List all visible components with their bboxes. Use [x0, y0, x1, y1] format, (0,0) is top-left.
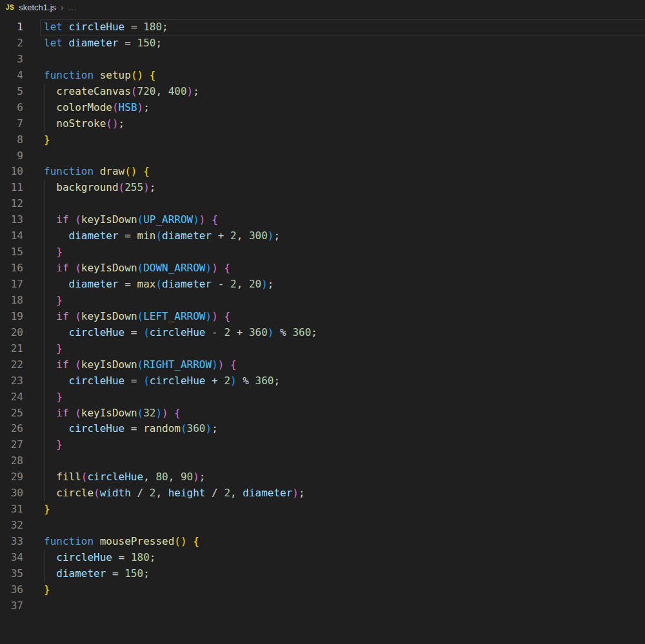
- code-line-content[interactable]: function setup() {: [40, 68, 645, 84]
- code-line[interactable]: 2let diameter = 150;: [0, 35, 645, 52]
- line-number[interactable]: 29: [0, 469, 23, 485]
- code-line-content[interactable]: if (keyIsDown(DOWN_ARROW)) {: [40, 260, 645, 277]
- code-line[interactable]: 3: [0, 52, 645, 68]
- line-number[interactable]: 23: [0, 373, 23, 389]
- code-line-content[interactable]: circle(width / 2, height / 2, diameter);: [40, 485, 645, 502]
- line-number[interactable]: 4: [0, 68, 23, 84]
- code-line[interactable]: 26 circleHue = random(360);: [0, 421, 645, 437]
- code-line-content[interactable]: [40, 148, 645, 164]
- line-number[interactable]: 36: [0, 582, 23, 598]
- code-line-content[interactable]: diameter = min(diameter + 2, 300);: [40, 228, 645, 244]
- code-line[interactable]: 24 }: [0, 389, 645, 405]
- line-number[interactable]: 18: [0, 293, 23, 309]
- code-line[interactable]: 34 circleHue = 180;: [0, 550, 645, 566]
- code-line[interactable]: 33function mousePressed() {: [0, 534, 645, 550]
- code-line[interactable]: 4function setup() {: [0, 68, 645, 84]
- code-line-content[interactable]: circleHue = (circleHue + 2) % 360;: [40, 373, 645, 389]
- code-line-content[interactable]: circleHue = random(360);: [40, 421, 645, 437]
- line-number[interactable]: 21: [0, 341, 23, 357]
- line-number[interactable]: 28: [0, 453, 23, 469]
- line-number[interactable]: 31: [0, 502, 23, 518]
- line-number[interactable]: 10: [0, 164, 23, 180]
- breadcrumb-symbol-picker[interactable]: ...: [68, 3, 77, 12]
- code-line-content[interactable]: }: [40, 244, 645, 260]
- line-number[interactable]: 34: [0, 550, 23, 566]
- code-line-content[interactable]: }: [40, 437, 645, 453]
- line-number[interactable]: 19: [0, 309, 23, 325]
- code-line-content[interactable]: }: [40, 132, 645, 148]
- code-line[interactable]: 29 fill(circleHue, 80, 90);: [0, 469, 645, 485]
- code-line-content[interactable]: }: [40, 582, 645, 598]
- code-line-content[interactable]: if (keyIsDown(UP_ARROW)) {: [40, 212, 645, 228]
- code-line-content[interactable]: fill(circleHue, 80, 90);: [40, 469, 645, 485]
- line-number[interactable]: 3: [0, 52, 23, 68]
- code-line-content[interactable]: diameter = max(diameter - 2, 20);: [40, 277, 645, 293]
- line-number[interactable]: 16: [0, 260, 23, 277]
- code-line[interactable]: 12: [0, 196, 645, 212]
- code-line-content[interactable]: colorMode(HSB);: [40, 100, 645, 116]
- code-line-content[interactable]: background(255);: [40, 180, 645, 196]
- code-line[interactable]: 37: [0, 598, 645, 614]
- line-number[interactable]: 20: [0, 325, 23, 341]
- line-number[interactable]: 2: [0, 35, 23, 52]
- line-number[interactable]: 12: [0, 196, 23, 212]
- code-line[interactable]: 30 circle(width / 2, height / 2, diamete…: [0, 485, 645, 502]
- line-number[interactable]: 17: [0, 277, 23, 293]
- code-line-content[interactable]: }: [40, 341, 645, 357]
- code-line-content[interactable]: [40, 52, 645, 68]
- line-number[interactable]: 11: [0, 180, 23, 196]
- code-line[interactable]: 8}: [0, 132, 645, 148]
- code-line-content[interactable]: if (keyIsDown(32)) {: [40, 405, 645, 422]
- code-line[interactable]: 19 if (keyIsDown(LEFT_ARROW)) {: [0, 309, 645, 325]
- line-number[interactable]: 30: [0, 485, 23, 502]
- code-line[interactable]: 5 createCanvas(720, 400);: [0, 84, 645, 100]
- code-line-content[interactable]: if (keyIsDown(RIGHT_ARROW)) {: [40, 357, 645, 373]
- line-number[interactable]: 15: [0, 244, 23, 260]
- line-number[interactable]: 37: [0, 598, 23, 614]
- breadcrumb-filename[interactable]: sketch1.js: [19, 3, 56, 12]
- code-line[interactable]: 36}: [0, 582, 645, 598]
- code-line[interactable]: 20 circleHue = (circleHue - 2 + 360) % 3…: [0, 325, 645, 341]
- code-line[interactable]: 14 diameter = min(diameter + 2, 300);: [0, 228, 645, 244]
- code-line-content[interactable]: if (keyIsDown(LEFT_ARROW)) {: [40, 309, 645, 325]
- code-line-content[interactable]: }: [40, 293, 645, 309]
- code-line-content[interactable]: }: [40, 389, 645, 405]
- code-line-content[interactable]: function mousePressed() {: [40, 534, 645, 550]
- line-number[interactable]: 13: [0, 212, 23, 228]
- code-line-content[interactable]: let diameter = 150;: [40, 35, 645, 52]
- code-line-content[interactable]: circleHue = 180;: [40, 550, 645, 566]
- code-line-content[interactable]: let circleHue = 180;: [40, 19, 645, 35]
- code-line[interactable]: 13 if (keyIsDown(UP_ARROW)) {: [0, 212, 645, 228]
- code-line[interactable]: 28: [0, 453, 645, 469]
- code-line[interactable]: 27 }: [0, 437, 645, 453]
- line-number[interactable]: 5: [0, 84, 23, 100]
- line-number[interactable]: 22: [0, 357, 23, 373]
- code-line-content[interactable]: circleHue = (circleHue - 2 + 360) % 360;: [40, 325, 645, 341]
- code-line[interactable]: 9: [0, 148, 645, 164]
- code-line-content[interactable]: }: [40, 502, 645, 518]
- code-line-content[interactable]: createCanvas(720, 400);: [40, 84, 645, 100]
- code-line-content[interactable]: [40, 453, 645, 469]
- code-line[interactable]: 22 if (keyIsDown(RIGHT_ARROW)) {: [0, 357, 645, 373]
- code-line[interactable]: 7 noStroke();: [0, 116, 645, 132]
- line-number[interactable]: 6: [0, 100, 23, 116]
- code-line[interactable]: 25 if (keyIsDown(32)) {: [0, 405, 645, 422]
- code-line-content[interactable]: diameter = 150;: [40, 566, 645, 582]
- code-line[interactable]: 11 background(255);: [0, 180, 645, 196]
- line-number[interactable]: 9: [0, 148, 23, 164]
- line-number[interactable]: 1: [0, 19, 23, 35]
- code-line[interactable]: 35 diameter = 150;: [0, 566, 645, 582]
- code-line-content[interactable]: noStroke();: [40, 116, 645, 132]
- line-number[interactable]: 14: [0, 228, 23, 244]
- code-line-content[interactable]: [40, 518, 645, 534]
- line-number[interactable]: 33: [0, 534, 23, 550]
- code-line-content[interactable]: function draw() {: [40, 164, 645, 180]
- line-number[interactable]: 32: [0, 518, 23, 534]
- line-number[interactable]: 27: [0, 437, 23, 453]
- code-line[interactable]: 1let circleHue = 180;: [0, 19, 645, 35]
- line-number[interactable]: 35: [0, 566, 23, 582]
- code-line[interactable]: 31}: [0, 502, 645, 518]
- line-number[interactable]: 24: [0, 389, 23, 405]
- code-line[interactable]: 17 diameter = max(diameter - 2, 20);: [0, 277, 645, 293]
- code-editor[interactable]: 1let circleHue = 180;2let diameter = 150…: [0, 14, 645, 614]
